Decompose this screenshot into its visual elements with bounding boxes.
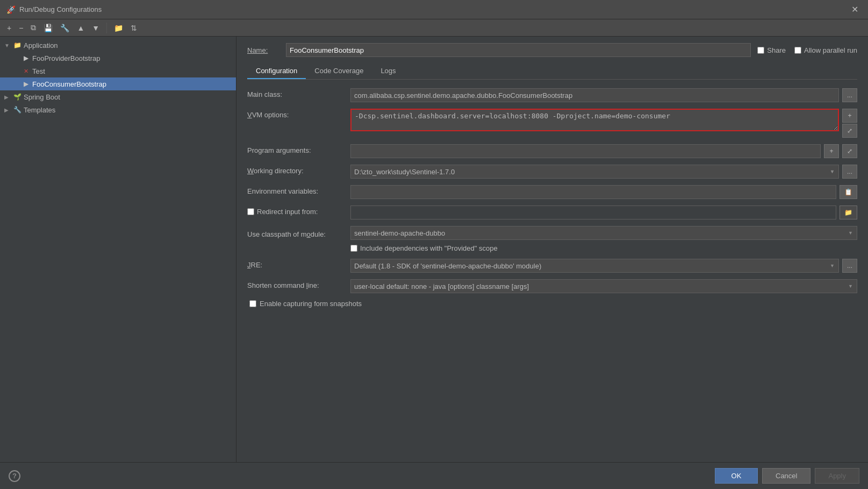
shorten-cmdline-select[interactable]: user-local default: none - java [options… <box>350 279 857 293</box>
dialog-title: Run/Debug Configurations <box>19 5 102 13</box>
working-dir-input-group: ▼ ... <box>350 165 857 179</box>
tab-logs[interactable]: Logs <box>372 63 404 79</box>
main-content: ▼ 📁 Application ▶ FooProviderBootstrap ✕… <box>0 37 868 462</box>
tree-label-foo-consumer: FooConsumerBootstrap <box>32 80 106 88</box>
vm-options-input[interactable]: -Dcsp.sentinel.dashboard.server=localhos… <box>350 109 839 131</box>
folder-icon-templates: 🔧 <box>13 105 21 114</box>
vm-options-row: VVM options: -Dcsp.sentinel.dashboard.se… <box>247 109 857 138</box>
program-args-input[interactable] <box>350 144 821 158</box>
jre-row: JRE: Default (1.8 - SDK of 'sentinel-dem… <box>247 259 857 273</box>
toolbar: + − ⧉ 💾 🔧 ▲ ▼ 📁 ⇅ <box>0 19 868 37</box>
share-checkbox[interactable] <box>757 47 764 54</box>
program-args-expand-button[interactable]: ⤢ <box>842 144 857 158</box>
redirect-browse-button[interactable]: 📁 <box>840 205 857 219</box>
right-panel: Name: Share Allow parallel run Configura… <box>236 37 868 462</box>
copy-config-button[interactable]: ⧉ <box>28 22 39 33</box>
main-class-browse-button[interactable]: ... <box>842 88 857 102</box>
help-button-container: ? <box>9 470 20 482</box>
tree-arrow-templates: ▶ <box>4 107 11 113</box>
tree-label-test: Test <box>32 67 45 75</box>
classpath-module-select-wrapper: sentinel-demo-apache-dubbo <box>350 226 857 240</box>
name-label: Name: <box>247 46 279 54</box>
toolbar-divider <box>106 23 107 33</box>
bottom-bar: ? OK Cancel Apply <box>0 462 868 489</box>
tree-item-foo-provider[interactable]: ▶ FooProviderBootstrap <box>0 52 236 65</box>
env-vars-input-group: 📋 <box>350 185 857 199</box>
env-vars-edit-button[interactable]: 📋 <box>840 185 857 199</box>
vm-options-input-group: -Dcsp.sentinel.dashboard.server=localhos… <box>350 109 857 138</box>
shorten-cmdline-select-wrapper: user-local default: none - java [options… <box>350 279 857 293</box>
program-args-row: Program arguments: + ⤢ <box>247 144 857 158</box>
main-class-label: Main class: <box>247 88 344 98</box>
help-button[interactable]: ? <box>9 470 20 482</box>
main-class-row: Main class: ... <box>247 88 857 102</box>
include-deps-checkbox[interactable] <box>350 245 357 252</box>
tree-label-foo-provider: FooProviderBootstrap <box>32 54 100 62</box>
working-dir-label: Working directory: <box>247 165 344 175</box>
move-up-button[interactable]: ▲ <box>74 23 87 33</box>
main-class-input-group: ... <box>350 88 857 102</box>
share-group: Share Allow parallel run <box>757 46 857 54</box>
working-dir-input[interactable] <box>350 165 839 179</box>
include-deps-label[interactable]: Include dependencies with "Provided" sco… <box>350 244 498 252</box>
sort-button[interactable]: ⇅ <box>128 23 140 33</box>
move-down-button[interactable]: ▼ <box>89 23 102 33</box>
tab-configuration[interactable]: Configuration <box>247 63 306 79</box>
classpath-module-row: Use classpath of module: sentinel-demo-a… <box>247 226 857 240</box>
env-vars-label: Environment variables: <box>247 185 344 195</box>
folder-icon-application: 📁 <box>13 41 21 49</box>
tree-item-application[interactable]: ▼ 📁 Application <box>0 39 236 52</box>
tree-label-application: Application <box>24 41 58 49</box>
tree-item-test[interactable]: ✕ Test <box>0 65 236 77</box>
tree-arrow-application: ▼ <box>4 42 11 48</box>
working-dir-row: Working directory: ▼ ... <box>247 165 857 179</box>
spring-icon: 🌱 <box>13 93 21 101</box>
env-vars-input[interactable] <box>350 185 836 199</box>
vm-expand-buttons: + ⤢ <box>842 109 857 138</box>
main-class-input[interactable] <box>350 88 839 102</box>
redirect-checkbox[interactable] <box>247 208 254 215</box>
add-config-button[interactable]: + <box>4 23 14 33</box>
jre-browse-button[interactable]: ... <box>842 259 857 273</box>
vm-options-expand-button[interactable]: ⤢ <box>842 124 857 138</box>
vm-options-label: VVM options: <box>247 109 344 119</box>
redirect-input-label[interactable]: Redirect input from: <box>247 205 344 216</box>
shorten-cmdline-label: Shorten command line: <box>247 279 344 289</box>
run-icon-foo-consumer: ▶ <box>21 80 30 88</box>
left-panel: ▼ 📁 Application ▶ FooProviderBootstrap ✕… <box>0 37 236 462</box>
ok-button[interactable]: OK <box>715 468 758 484</box>
tree-item-templates[interactable]: ▶ 🔧 Templates <box>0 103 236 116</box>
include-deps-row: Include dependencies with "Provided" sco… <box>350 244 857 252</box>
redirect-input[interactable] <box>350 205 836 219</box>
program-args-add-button[interactable]: + <box>824 144 839 158</box>
allow-parallel-label[interactable]: Allow parallel run <box>794 46 857 54</box>
save-config-button[interactable]: 💾 <box>41 23 55 33</box>
allow-parallel-checkbox[interactable] <box>794 47 801 54</box>
remove-config-button[interactable]: − <box>16 23 26 33</box>
close-button[interactable]: ✕ <box>848 3 862 16</box>
tab-code-coverage[interactable]: Code Coverage <box>306 63 372 79</box>
program-args-label: Program arguments: <box>247 144 344 154</box>
share-label[interactable]: Share <box>757 46 786 54</box>
capture-snapshots-label[interactable]: Enable capturing form snapshots <box>249 300 362 308</box>
name-input[interactable] <box>286 43 751 57</box>
cancel-button[interactable]: Cancel <box>762 468 810 484</box>
folder-button[interactable]: 📁 <box>111 23 126 33</box>
jre-label: JRE: <box>247 259 344 269</box>
run-icon-foo-provider: ▶ <box>21 54 30 62</box>
jre-select[interactable]: Default (1.8 - SDK of 'sentinel-demo-apa… <box>350 259 839 273</box>
vm-options-add-button[interactable]: + <box>842 109 857 123</box>
jre-input-group: Default (1.8 - SDK of 'sentinel-demo-apa… <box>350 259 857 273</box>
settings-button[interactable]: 🔧 <box>58 23 72 33</box>
tree-item-foo-consumer[interactable]: ▶ FooConsumerBootstrap <box>0 77 236 90</box>
redirect-input-group: 📁 <box>350 205 857 219</box>
capture-snapshots-checkbox[interactable] <box>249 300 256 307</box>
classpath-module-select[interactable]: sentinel-demo-apache-dubbo <box>350 226 857 240</box>
working-dir-select-wrapper: ▼ <box>350 165 839 179</box>
tree-item-spring-boot[interactable]: ▶ 🌱 Spring Boot <box>0 90 236 103</box>
tabs: Configuration Code Coverage Logs <box>247 63 857 80</box>
title-bar-left: 🚀 Run/Debug Configurations <box>6 5 102 14</box>
working-dir-browse-button[interactable]: ... <box>842 165 857 179</box>
redirect-input-row: Redirect input from: 📁 <box>247 205 857 219</box>
apply-button[interactable]: Apply <box>815 468 859 484</box>
